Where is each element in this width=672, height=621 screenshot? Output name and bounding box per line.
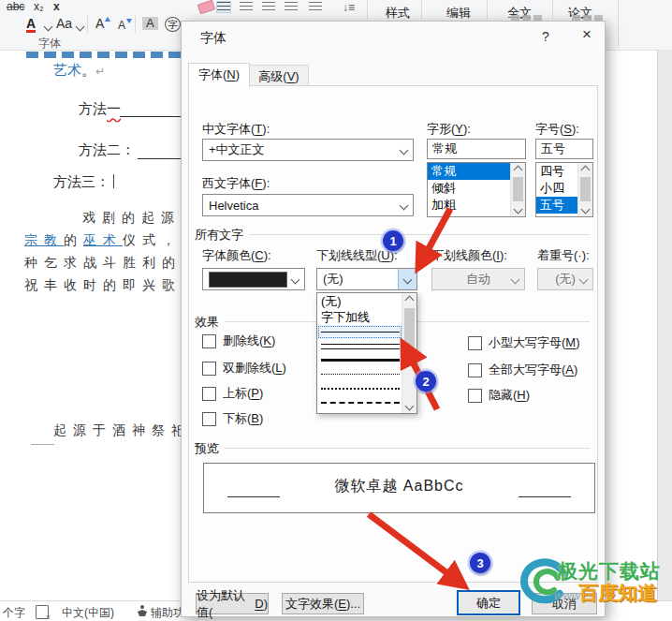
font-color-label: 字体颜色(C): [202, 247, 271, 264]
subscript-icon[interactable]: x₂ [34, 1, 44, 12]
para-text: 仪式， [123, 232, 182, 247]
ok-button[interactable]: 确定 [457, 590, 520, 615]
checkbox-label: 全部大写字母(A) [489, 362, 577, 378]
checkbox-subscript[interactable]: 下标(B) [202, 410, 263, 427]
chevron-down-icon[interactable] [398, 269, 416, 289]
scrollbar-thumb[interactable] [513, 177, 523, 201]
font-style-input[interactable]: 常规 [427, 139, 526, 159]
underline-option-dotted[interactable] [317, 367, 402, 381]
scrollbar[interactable] [577, 163, 592, 216]
list-item[interactable]: 倾斜 [428, 180, 511, 197]
scroll-up-icon[interactable] [581, 166, 591, 175]
help-icon[interactable]: ? [535, 29, 556, 44]
scroll-up-icon[interactable] [514, 166, 523, 175]
close-icon[interactable]: × [575, 25, 599, 44]
scrollbar-thumb[interactable] [404, 308, 415, 359]
accessibility-status[interactable]: 辅助功 [151, 605, 182, 621]
latin-font-combobox[interactable]: Helvetica [202, 194, 414, 216]
cancel-button[interactable]: 取消 [532, 593, 597, 614]
emphasis-combobox: (无) [537, 268, 593, 290]
chevron-down-icon[interactable] [286, 269, 304, 289]
underline-option-none[interactable]: (无) [317, 293, 402, 309]
checkbox-superscript[interactable]: 上标(P) [202, 385, 263, 402]
checkbox-box[interactable] [202, 362, 216, 376]
font-color-combobox[interactable] [202, 268, 305, 290]
underline-option-single[interactable] [317, 325, 402, 339]
list-item[interactable]: 加粗 [428, 197, 511, 214]
list-item[interactable]: 小四 [536, 180, 578, 197]
underline-option-dashed[interactable] [317, 395, 402, 409]
shrink-font-icon[interactable]: A [118, 20, 125, 31]
method1-tail-squiggle: 一 [107, 100, 121, 116]
underline-option-words-only[interactable]: 字下加线 [317, 309, 402, 325]
underline-style-dropdown[interactable]: (无) 字下加线 [316, 292, 417, 414]
cjk-font-combobox[interactable]: +中文正文 [202, 139, 414, 161]
checkbox-box[interactable] [468, 363, 482, 377]
scroll-down-icon[interactable] [405, 402, 415, 411]
eraser-icon[interactable] [197, 0, 216, 14]
chevron-down-icon[interactable] [395, 140, 413, 160]
scrollbar-thumb[interactable] [580, 177, 591, 201]
change-case-icon[interactable]: Aa [56, 18, 72, 29]
chevron-down-icon[interactable] [395, 195, 413, 215]
change-case-dropdown-icon[interactable] [76, 22, 85, 32]
checkbox-box[interactable] [468, 389, 482, 403]
ribbon-group-editing[interactable]: 编辑 [446, 5, 471, 22]
list-item[interactable]: 常规 [428, 163, 511, 180]
checkbox-all-caps[interactable]: 全部大写字母(A) [468, 362, 577, 378]
font-style-list[interactable]: 常规 倾斜 加粗 [427, 162, 526, 217]
scrollbar[interactable] [510, 163, 525, 216]
document-line-method1: 方法一 [79, 100, 121, 118]
character-shading-icon[interactable]: A [142, 17, 158, 30]
emphasis-value: (无) [555, 271, 576, 288]
tab-font[interactable]: 字体(N) [188, 63, 250, 87]
text-effects-button[interactable]: 文字效果(E)... [282, 593, 364, 614]
strikethrough-icon[interactable]: abc [7, 1, 24, 12]
checkbox-box[interactable] [202, 334, 216, 348]
step2-badge: 2 [416, 371, 436, 392]
keyword-religion: 宗教 [24, 232, 64, 247]
scroll-up-icon[interactable] [405, 296, 415, 305]
underline-option-dotted-heavy[interactable] [317, 381, 402, 395]
clipped-text-line [26, 52, 182, 58]
fill-in-underline [138, 158, 183, 159]
paragraph-line: 祝丰收时的即兴歌 [24, 277, 182, 294]
character-border-icon[interactable]: 字 [165, 17, 181, 32]
distribute-icon[interactable] [309, 2, 322, 12]
set-as-default-button[interactable]: 设为默认值(D) [196, 593, 269, 614]
list-item[interactable]: 五号 [536, 197, 578, 214]
justify-icon[interactable] [285, 2, 298, 12]
align-left-icon[interactable] [217, 2, 230, 12]
scroll-down-icon[interactable] [581, 205, 591, 214]
grow-font-icon[interactable]: A [95, 18, 104, 29]
font-size-list[interactable]: 四号 小四 五号 [535, 162, 593, 217]
underline-style-combobox[interactable]: (无) [316, 268, 417, 290]
underline-option-double[interactable] [317, 339, 402, 353]
align-center-icon[interactable] [240, 2, 253, 12]
underline-option-thick[interactable] [317, 353, 402, 367]
line-spacing-icon[interactable]: ↓≡ [343, 2, 355, 13]
art-link-text: 艺术 [53, 62, 81, 78]
font-size-input[interactable]: 五号 [535, 139, 593, 159]
proofing-status-icon[interactable] [36, 605, 49, 619]
font-color-icon[interactable]: A [26, 18, 36, 33]
align-right-icon[interactable] [262, 2, 275, 12]
language-status[interactable]: 中文(中国) [62, 605, 114, 621]
checkbox-strikethrough[interactable]: 删除线(K) [202, 333, 275, 349]
checkbox-hidden[interactable]: 隐藏(H) [468, 387, 530, 404]
accessibility-icon[interactable] [137, 605, 148, 617]
checkbox-box[interactable] [202, 412, 216, 426]
checkbox-box[interactable] [468, 336, 482, 350]
clear-format-icon[interactable]: x [53, 1, 60, 12]
scrollbar[interactable] [402, 293, 416, 413]
scroll-down-icon[interactable] [514, 205, 523, 214]
checkbox-box[interactable] [202, 387, 216, 401]
fill-in-underline [120, 116, 183, 117]
ribbon-group-styles[interactable]: 样式 [386, 5, 410, 22]
word-count[interactable]: 个字 [3, 605, 25, 621]
checkbox-small-caps[interactable]: 小型大写字母(M) [468, 334, 580, 351]
list-item[interactable]: 四号 [536, 163, 578, 180]
font-color-dropdown-icon[interactable] [44, 22, 53, 32]
tab-advanced[interactable]: 高级(V) [249, 65, 309, 87]
checkbox-double-strikethrough[interactable]: 双删除线(L) [202, 360, 286, 377]
